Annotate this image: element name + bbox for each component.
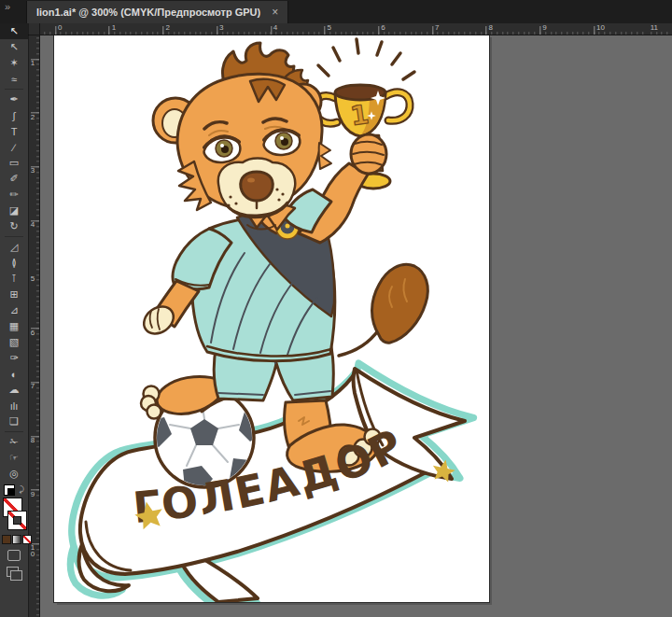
eraser-tool-icon: ◪ (9, 204, 19, 217)
v-ruler-number: 1 0 (29, 544, 36, 557)
selection-tool[interactable]: ↖ (0, 23, 28, 39)
lion-mascot-artwork[interactable]: 1 (54, 35, 489, 602)
v-ruler-number: 7 (29, 383, 36, 389)
right-eye (264, 129, 301, 154)
mesh-tool-icon: ▦ (9, 320, 19, 332)
eyedropper-tool[interactable]: ✑ (0, 350, 28, 366)
tools-panel: ↖↖✶≈✒∫T∕▭✐✏◪↻◿≬⊺⊞⊿▦▧✑◐☁ılı❏✁☞◎ ⤸ (0, 23, 28, 617)
scale-tool[interactable]: ◿ (0, 239, 28, 255)
ruler-corner (28, 23, 40, 35)
shape-builder-tool[interactable]: ⊞ (0, 287, 28, 302)
pencil-tool[interactable]: ✏ (0, 187, 28, 203)
v-ruler-number: 6 (29, 330, 36, 336)
h-ruler-number: 1 (112, 23, 116, 32)
eraser-tool[interactable]: ◪ (0, 203, 28, 218)
rectangle-tool[interactable]: ▭ (0, 155, 28, 171)
width-tool[interactable]: ≬ (0, 255, 28, 271)
puppet-warp-tool-icon: ⊺ (11, 273, 17, 285)
pen-tool-icon: ✒ (9, 93, 18, 105)
gradient-tool[interactable]: ▧ (0, 334, 28, 350)
close-tab-icon[interactable]: × (272, 7, 278, 18)
curvature-tool-icon: ∫ (12, 109, 15, 120)
type-tool-icon: T (11, 125, 18, 136)
nose (241, 172, 273, 201)
gradient-button[interactable] (12, 535, 21, 544)
direct-selection-tool-icon: ↖ (9, 41, 18, 53)
drawing-mode-icon[interactable] (7, 550, 21, 561)
v-ruler-number: 9 (29, 491, 36, 498)
document-tab[interactable]: lion1.ai* @ 300% (CMYK/Предпросмотр GPU)… (26, 1, 288, 23)
trophy-rays-icon (318, 39, 414, 79)
stroke-swatch-none[interactable] (7, 511, 27, 530)
paintbrush-tool-icon: ✐ (9, 173, 18, 185)
slice-tool[interactable]: ✁ (0, 434, 28, 450)
line-segment-tool[interactable]: ∕ (0, 139, 28, 155)
hand-tool[interactable]: ☞ (0, 450, 28, 466)
v-ruler-number: 3 (29, 167, 36, 174)
shape-builder-tool-icon: ⊞ (9, 288, 18, 301)
type-tool[interactable]: T (0, 123, 28, 139)
tools-list: ↖↖✶≈✒∫T∕▭✐✏◪↻◿≬⊺⊞⊿▦▧✑◐☁ılı❏✁☞◎ (0, 23, 28, 482)
color-button[interactable] (2, 535, 11, 544)
rectangle-tool-icon: ▭ (9, 157, 19, 169)
pasteboard[interactable]: 1 (39, 35, 672, 617)
line-segment-tool-icon: ∕ (13, 141, 15, 152)
perspective-grid-tool[interactable]: ⊿ (0, 302, 28, 318)
zoom-tool[interactable]: ◎ (0, 466, 28, 482)
default-fill-stroke-icon[interactable] (4, 484, 15, 496)
h-ruler-number: 11 (651, 23, 658, 32)
color-mode-buttons (2, 535, 32, 544)
artboard-tool[interactable]: ❏ (0, 414, 28, 429)
h-ruler-number: 5 (328, 23, 331, 32)
illustrator-window: » lion1.ai* @ 300% (CMYK/Предпросмотр GP… (0, 0, 672, 617)
selection-tool-icon: ↖ (9, 25, 18, 37)
paintbrush-tool[interactable]: ✐ (0, 171, 28, 187)
rotate-tool[interactable]: ↻ (0, 218, 28, 234)
v-ruler-number: 8 (29, 437, 36, 443)
lasso-tool[interactable]: ≈ (0, 71, 28, 87)
h-ruler-number: 4 (273, 23, 277, 32)
h-ruler-number: 9 (542, 23, 546, 32)
v-ruler-number: 1 (29, 60, 36, 66)
eyedropper-tool-icon: ✑ (9, 352, 18, 364)
column-graph-tool-icon: ılı (10, 400, 19, 411)
pen-tool[interactable]: ✒ (0, 91, 28, 107)
scale-tool-icon: ◿ (10, 241, 18, 253)
symbol-sprayer-tool[interactable]: ☁ (0, 382, 28, 398)
blend-tool-icon: ◐ (11, 368, 18, 379)
rotate-tool-icon: ↻ (9, 220, 18, 232)
horizontal-ruler[interactable]: 01234567891011 (28, 23, 672, 35)
none-button[interactable] (22, 535, 32, 544)
blend-tool[interactable]: ◐ (0, 366, 28, 382)
h-ruler-number: 8 (489, 23, 493, 32)
lasso-tool-icon: ≈ (11, 73, 17, 84)
h-ruler-number: 10 (596, 23, 605, 32)
h-ruler-number: 2 (165, 23, 169, 32)
magic-wand-tool-icon: ✶ (9, 57, 18, 69)
collapse-panel-chevrons-icon[interactable]: » (5, 1, 10, 12)
document-tab-bar: » lion1.ai* @ 300% (CMYK/Предпросмотр GP… (0, 0, 672, 23)
document-tab-title: lion1.ai* @ 300% (CMYK/Предпросмотр GPU) (36, 7, 260, 18)
fill-stroke-controls: ⤸ (0, 484, 28, 587)
swap-fill-stroke-icon[interactable]: ⤸ (20, 484, 24, 495)
curvature-tool[interactable]: ∫ (0, 107, 28, 123)
v-ruler-number: 2 (29, 114, 36, 120)
h-ruler-number: 7 (435, 23, 439, 32)
artboard-page[interactable]: 1 (54, 35, 489, 602)
screen-mode-icon[interactable] (7, 567, 19, 577)
h-ruler-number: 0 (58, 23, 62, 32)
h-ruler-number: 3 (219, 23, 223, 32)
v-ruler-number: 5 (29, 275, 36, 282)
width-tool-icon: ≬ (11, 257, 16, 269)
direct-selection-tool[interactable]: ↖ (0, 39, 28, 55)
column-graph-tool[interactable]: ılı (0, 398, 28, 414)
vertical-ruler[interactable]: 1234567891 0 (28, 35, 40, 617)
pencil-tool-icon: ✏ (9, 189, 18, 201)
h-ruler-number: 6 (381, 23, 385, 32)
gradient-tool-icon: ▧ (9, 336, 19, 348)
artboard-tool-icon: ❏ (9, 415, 19, 428)
puppet-warp-tool[interactable]: ⊺ (0, 271, 28, 287)
v-ruler-number: 4 (29, 221, 36, 228)
magic-wand-tool[interactable]: ✶ (0, 55, 28, 71)
mesh-tool[interactable]: ▦ (0, 318, 28, 334)
